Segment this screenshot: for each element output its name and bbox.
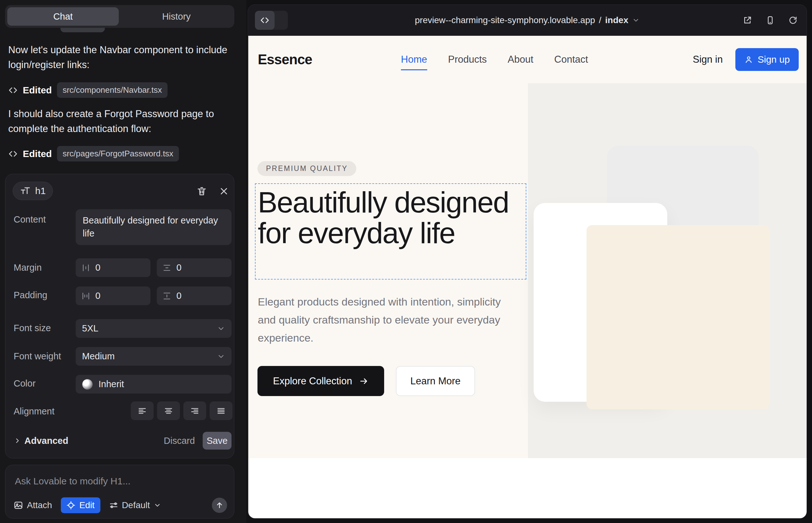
hero-heading: Beautifully designed for everyday life [258,187,524,249]
chevron-down-icon [217,325,225,333]
color-select[interactable]: Inherit [76,375,231,394]
app-window: Chat History Now let's update the Navbar… [0,0,812,523]
person-icon [744,55,753,64]
discard-button[interactable]: Discard [164,432,195,450]
model-default-select[interactable]: Default [109,500,161,510]
font-weight-select[interactable]: Medium [76,347,231,366]
margin-x-value: 0 [95,263,100,273]
close-editor-button[interactable] [216,184,231,199]
padding-x-input[interactable]: 0 [76,287,151,305]
learn-more-button[interactable]: Learn More [396,366,475,396]
element-editor-panel: h1 Content Beautifully designed for ever… [5,174,234,458]
nav-link-products[interactable]: Products [448,54,487,65]
save-button[interactable]: Save [203,432,231,450]
nav-link-home[interactable]: Home [401,54,427,65]
align-center-button[interactable] [157,401,180,420]
color-value: Inherit [99,379,124,390]
preview-page-name: index [605,15,628,25]
alignment-label: Alignment [14,406,54,417]
color-swatch-icon [82,379,93,390]
typography-icon [20,185,31,196]
site-logo[interactable]: Essence [258,36,312,83]
tab-history[interactable]: History [121,7,232,26]
refresh-icon [788,16,798,25]
edit-target-icon [67,501,75,510]
edited-file-chip[interactable]: src/pages/ForgotPassword.tsx [57,146,179,161]
edited-file-chip[interactable]: src/components/Navbar.tsx [57,82,168,98]
delete-element-button[interactable] [194,184,209,199]
sliders-icon [109,501,118,510]
edited-label: Edited [23,85,52,96]
padding-label: Padding [14,290,47,301]
refresh-button[interactable] [788,16,798,25]
tab-chat[interactable]: Chat [7,7,119,26]
nav-link-about[interactable]: About [508,54,533,65]
edit-label: Edit [79,500,94,510]
advanced-label: Advanced [24,436,68,446]
preview-toolbar-icons [743,5,798,36]
selected-element-tag: h1 [13,182,53,200]
edit-mode-button[interactable]: Edit [61,497,100,513]
padding-y-input[interactable]: 0 [157,287,231,305]
site-preview: Essence Home Products About Contact Sign… [248,36,807,518]
chat-panel: Chat History Now let's update the Navbar… [0,0,246,523]
preview-url-bar[interactable]: preview--charming-site-symphony.lovable.… [248,5,807,36]
align-justify-button[interactable] [210,401,232,420]
explore-collection-button[interactable]: Explore Collection [258,366,384,396]
padding-y-value: 0 [176,291,181,301]
sign-up-button[interactable]: Sign up [735,48,799,71]
mobile-view-button[interactable] [765,16,775,25]
prompt-composer: Ask Lovable to modify H1... Attach Edit [5,465,234,519]
arrow-up-icon [215,501,224,509]
sign-in-link[interactable]: Sign in [693,54,723,65]
margin-horizontal-icon [82,264,90,272]
font-weight-value: Medium [82,351,114,362]
chevron-down-icon [154,502,161,509]
open-external-button[interactable] [743,16,752,25]
image-icon [14,501,23,510]
advanced-toggle[interactable]: Advanced [14,432,68,450]
trash-icon [196,186,207,197]
align-right-button[interactable] [183,401,206,420]
url-separator: / [599,15,601,25]
auth-controls: Sign in Sign up [693,36,799,83]
preview-url: preview--charming-site-symphony.lovable.… [415,15,595,25]
edited-file-row: Edited src/pages/ForgotPassword.tsx [8,146,179,161]
arrow-right-icon [359,376,369,386]
margin-x-input[interactable]: 0 [76,258,151,277]
content-input[interactable]: Beautifully designed for everyday life [76,209,231,245]
padding-x-value: 0 [95,291,100,301]
margin-y-input[interactable]: 0 [157,258,231,277]
edited-label: Edited [23,148,52,159]
explore-collection-label: Explore Collection [273,376,352,387]
chat-message: Now let's update the Navbar component to… [8,42,232,72]
margin-y-value: 0 [176,263,181,273]
font-size-value: 5XL [82,323,99,334]
align-left-icon [138,406,147,416]
align-right-icon [190,406,199,416]
code-icon [8,86,18,95]
attach-button[interactable]: Attach [14,500,52,510]
external-link-icon [743,16,752,25]
edited-file-row: Edited src/components/Navbar.tsx [8,82,167,98]
align-left-button[interactable] [131,401,154,420]
chevron-down-icon [632,16,640,24]
premium-quality-badge: PREMIUM QUALITY [258,161,356,176]
attach-label: Attach [27,500,52,510]
code-icon [8,149,18,159]
prompt-input[interactable]: Ask Lovable to modify H1... [15,476,130,487]
sign-up-label: Sign up [758,54,790,65]
padding-horizontal-icon [82,292,90,301]
panel-tabs: Chat History [5,5,234,28]
phone-icon [765,16,775,25]
default-label: Default [122,500,150,510]
font-size-select[interactable]: 5XL [76,319,231,338]
nav-link-contact[interactable]: Contact [554,54,588,65]
align-justify-icon [216,406,226,416]
send-button[interactable] [212,498,227,513]
preview-frame: preview--charming-site-symphony.lovable.… [248,4,807,519]
padding-vertical-icon [162,292,171,301]
decor-beige-card [586,225,769,409]
font-weight-label: Font weight [14,351,61,362]
font-size-label: Font size [14,323,51,333]
